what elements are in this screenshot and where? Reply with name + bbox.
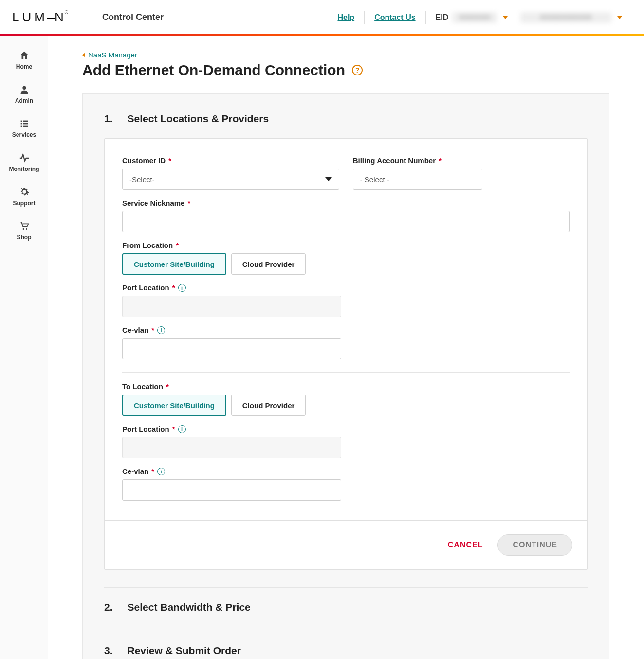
sidebar-item-home[interactable]: Home xyxy=(0,43,48,77)
svg-rect-4 xyxy=(23,123,28,125)
select-placeholder: - Select - xyxy=(360,175,389,184)
toggle-cloud-provider[interactable]: Cloud Provider xyxy=(231,395,306,416)
svg-rect-5 xyxy=(20,126,22,127)
toggle-customer-site[interactable]: Customer Site/Building xyxy=(122,395,226,416)
step-3-header[interactable]: 3. Review & Submit Order xyxy=(104,645,588,657)
card-footer: CANCEL CONTINUE xyxy=(105,520,587,569)
step-1-card: Customer ID* -Select- Billing Account Nu… xyxy=(104,138,588,570)
to-port-location-input[interactable] xyxy=(122,437,341,458)
page-title-text: Add Ethernet On-Demand Connection xyxy=(82,62,345,78)
account-dropdown[interactable]: XXXXXXXXXX xyxy=(517,12,632,23)
step-title: Select Bandwidth & Price xyxy=(128,602,251,613)
info-icon[interactable]: i xyxy=(178,284,186,292)
select-placeholder: -Select- xyxy=(129,175,155,184)
chevron-down-icon xyxy=(503,16,508,19)
from-location-label: From Location* xyxy=(122,241,570,249)
port-location-label: Port Location* i xyxy=(122,425,570,433)
nickname-label: Service Nickname* xyxy=(122,199,570,207)
sidebar-item-label: Shop xyxy=(17,234,32,241)
customer-id-select[interactable]: -Select- xyxy=(122,169,339,190)
breadcrumb: NaaS Manager xyxy=(82,51,609,59)
content: NaaS Manager Add Ethernet On-Demand Conn… xyxy=(48,36,644,659)
toggle-cloud-provider[interactable]: Cloud Provider xyxy=(231,253,306,275)
account-value-redacted: XXXXXXXXXX xyxy=(520,12,611,23)
logo: LUMN® xyxy=(12,10,68,25)
app-title: Control Center xyxy=(102,12,164,22)
to-cevlan-input[interactable] xyxy=(122,479,341,501)
help-icon[interactable]: ? xyxy=(352,65,363,75)
eid-dropdown[interactable]: EID XXXXXX xyxy=(426,12,518,23)
from-cevlan-input[interactable] xyxy=(122,338,341,359)
from-port-location-input[interactable] xyxy=(122,296,341,317)
step-2-header[interactable]: 2. Select Bandwidth & Price xyxy=(104,602,588,613)
continue-button[interactable]: CONTINUE xyxy=(497,534,572,556)
contact-link[interactable]: Contact Us xyxy=(365,13,425,22)
wizard-panel: 1. Select Locations & Providers Customer… xyxy=(82,93,609,659)
svg-rect-6 xyxy=(23,126,28,127)
chevron-down-icon xyxy=(617,16,622,19)
sidebar-item-support[interactable]: Support xyxy=(0,179,48,213)
chevron-down-icon xyxy=(325,177,332,181)
svg-rect-2 xyxy=(23,121,28,122)
to-location-toggle: Customer Site/Building Cloud Provider xyxy=(122,395,570,416)
divider xyxy=(104,587,588,588)
header: LUMN® Control Center Help Contact Us EID… xyxy=(0,0,644,34)
cart-icon xyxy=(18,220,30,232)
step-number: 3. xyxy=(104,645,113,657)
info-icon[interactable]: i xyxy=(157,326,165,334)
logo-reg: ® xyxy=(65,10,68,15)
gear-icon xyxy=(18,186,30,198)
svg-rect-3 xyxy=(20,123,22,125)
sidebar-item-shop[interactable]: Shop xyxy=(0,213,48,247)
cevlan-label: Ce-vlan* i xyxy=(122,467,570,475)
ban-label: Billing Account Number* xyxy=(353,156,483,165)
svg-point-7 xyxy=(22,228,24,230)
logo-text-1: LUM xyxy=(12,10,48,24)
sidebar-item-label: Monitoring xyxy=(9,166,39,172)
sidebar-item-label: Home xyxy=(16,63,32,70)
info-icon[interactable]: i xyxy=(178,425,186,433)
step-1-header: 1. Select Locations & Providers xyxy=(104,113,588,125)
sidebar: Home Admin Services Monitoring Support S… xyxy=(0,36,48,659)
from-location-toggle: Customer Site/Building Cloud Provider xyxy=(122,253,570,275)
customer-id-label: Customer ID* xyxy=(122,156,339,165)
step-title: Review & Submit Order xyxy=(128,645,241,657)
info-icon[interactable]: i xyxy=(157,468,165,475)
svg-point-8 xyxy=(25,228,27,230)
user-icon xyxy=(18,84,30,95)
to-location-label: To Location* xyxy=(122,382,570,391)
step-title: Select Locations & Providers xyxy=(128,113,269,125)
port-location-label: Port Location* i xyxy=(122,283,570,292)
divider xyxy=(122,372,570,373)
home-icon xyxy=(18,50,30,61)
eid-label: EID xyxy=(436,13,449,22)
svg-point-0 xyxy=(22,86,26,90)
help-link[interactable]: Help xyxy=(328,13,364,22)
cevlan-label: Ce-vlan* i xyxy=(122,326,570,334)
step-number: 2. xyxy=(104,602,113,613)
header-right: Help Contact Us EID XXXXXX XXXXXXXXXX xyxy=(328,11,632,24)
sidebar-item-label: Support xyxy=(13,200,36,207)
activity-icon xyxy=(18,152,30,164)
eid-value-redacted: XXXXXX xyxy=(452,12,497,23)
divider xyxy=(104,631,588,631)
list-icon xyxy=(18,118,30,130)
nickname-input[interactable] xyxy=(122,211,570,232)
chevron-left-icon xyxy=(82,53,85,57)
sidebar-item-label: Admin xyxy=(15,97,33,104)
svg-rect-1 xyxy=(20,121,22,122)
page-title: Add Ethernet On-Demand Connection ? xyxy=(82,62,609,78)
cancel-button[interactable]: CANCEL xyxy=(448,541,483,549)
sidebar-item-services[interactable]: Services xyxy=(0,111,48,145)
breadcrumb-link[interactable]: NaaS Manager xyxy=(88,51,137,59)
toggle-customer-site[interactable]: Customer Site/Building xyxy=(122,253,226,275)
sidebar-item-admin[interactable]: Admin xyxy=(0,77,48,111)
step-number: 1. xyxy=(104,113,113,125)
ban-select[interactable]: - Select - xyxy=(353,169,483,190)
sidebar-item-monitoring[interactable]: Monitoring xyxy=(0,145,48,179)
sidebar-item-label: Services xyxy=(12,132,36,138)
